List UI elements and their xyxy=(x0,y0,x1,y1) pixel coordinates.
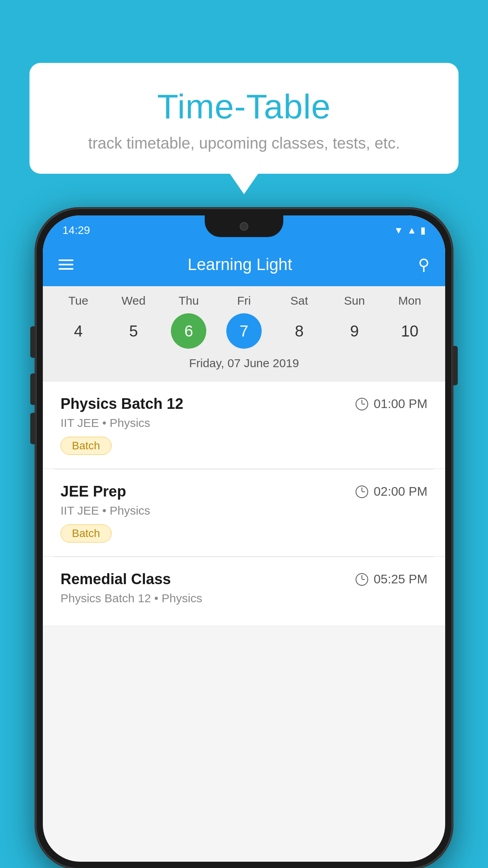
schedule-item-1-time: 01:00 PM xyxy=(356,397,427,411)
day-10[interactable]: 10 xyxy=(392,313,427,349)
schedule-item-1-meta: IIT JEE • Physics xyxy=(61,416,427,430)
schedule-item-2-title: JEE Prep xyxy=(61,483,126,500)
app-title: Learning Light xyxy=(85,255,406,274)
schedule-item-3-time: 05:25 PM xyxy=(356,572,427,587)
calendar-strip: Tue Wed Thu Fri Sat Sun Mon 4 5 6 7 8 9 … xyxy=(43,286,445,382)
battery-icon: ▮ xyxy=(420,225,426,236)
schedule-item-3-title: Remedial Class xyxy=(61,571,171,588)
day-header-mon: Mon xyxy=(386,294,433,307)
schedule-item-1-title: Physics Batch 12 xyxy=(61,395,183,412)
schedule-item-2-badge: Batch xyxy=(61,524,112,542)
search-icon[interactable]: ⚲ xyxy=(418,256,429,274)
day-header-sun: Sun xyxy=(331,294,378,307)
day-6-today[interactable]: 6 xyxy=(171,313,206,349)
schedule-item-1-header: Physics Batch 12 01:00 PM xyxy=(61,395,427,412)
app-bar: Learning Light ⚲ xyxy=(43,243,445,286)
phone-frame: 14:29 ▼ ▲ ▮ Learning Light ⚲ xyxy=(36,208,452,868)
schedule-item-2-meta: IIT JEE • Physics xyxy=(61,504,427,517)
schedule-item-1[interactable]: Physics Batch 12 01:00 PM IIT JEE • Phys… xyxy=(43,382,445,469)
day-7-selected[interactable]: 7 xyxy=(226,313,262,349)
selected-date: Friday, 07 June 2019 xyxy=(43,351,445,378)
bubble-subtitle: track timetable, upcoming classes, tests… xyxy=(45,134,443,152)
day-header-sat: Sat xyxy=(276,294,323,307)
schedule-item-3-header: Remedial Class 05:25 PM xyxy=(61,571,427,588)
day-4[interactable]: 4 xyxy=(61,313,96,349)
schedule-item-2-header: JEE Prep 02:00 PM xyxy=(61,483,427,500)
day-9[interactable]: 9 xyxy=(337,313,372,349)
schedule-list: Physics Batch 12 01:00 PM IIT JEE • Phys… xyxy=(43,382,445,626)
signal-icon: ▲ xyxy=(407,225,416,236)
schedule-item-3-meta: Physics Batch 12 • Physics xyxy=(61,592,427,605)
schedule-item-3[interactable]: Remedial Class 05:25 PM Physics Batch 12… xyxy=(43,557,445,626)
schedule-item-2[interactable]: JEE Prep 02:00 PM IIT JEE • Physics Batc… xyxy=(43,469,445,557)
day-header-thu: Thu xyxy=(165,294,212,307)
day-header-tue: Tue xyxy=(55,294,102,307)
speech-bubble-container: Time-Table track timetable, upcoming cla… xyxy=(29,63,459,174)
day-numbers: 4 5 6 7 8 9 10 xyxy=(43,311,445,351)
schedule-item-1-badge: Batch xyxy=(61,437,112,455)
camera xyxy=(240,222,248,231)
status-time: 14:29 xyxy=(62,224,90,237)
phone-notch xyxy=(205,215,283,237)
schedule-item-2-time: 02:00 PM xyxy=(356,484,427,499)
bubble-title: Time-Table xyxy=(45,86,443,127)
day-5[interactable]: 5 xyxy=(116,313,151,349)
phone-container: 14:29 ▼ ▲ ▮ Learning Light ⚲ xyxy=(36,208,452,868)
phone-screen: 14:29 ▼ ▲ ▮ Learning Light ⚲ xyxy=(43,215,445,862)
day-headers: Tue Wed Thu Fri Sat Sun Mon xyxy=(43,294,445,311)
speech-bubble: Time-Table track timetable, upcoming cla… xyxy=(29,63,459,174)
status-icons: ▼ ▲ ▮ xyxy=(394,225,426,236)
day-header-fri: Fri xyxy=(220,294,268,307)
day-header-wed: Wed xyxy=(110,294,157,307)
day-8[interactable]: 8 xyxy=(282,313,317,349)
wifi-icon: ▼ xyxy=(394,225,403,236)
hamburger-icon[interactable] xyxy=(59,259,73,270)
